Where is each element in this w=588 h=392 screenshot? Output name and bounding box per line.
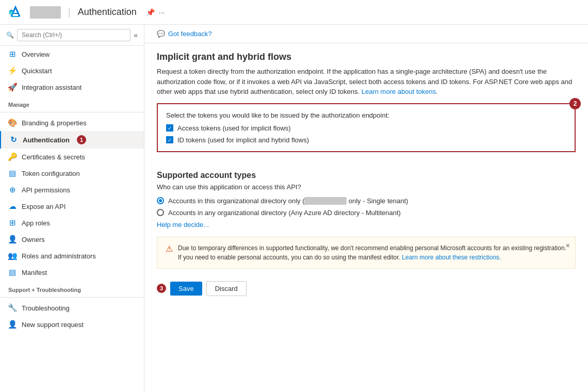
multi-tenant-row: Accounts in any organizational directory… (157, 209, 576, 217)
sidebar-item-token[interactable]: ▤ Token configuration (0, 165, 144, 182)
grid-icon: ⊞ (8, 50, 17, 58)
sidebar-item-integration[interactable]: 🚀 Integration assistant (0, 79, 144, 95)
access-token-row: ✓ Access tokens (used for implicit flows… (166, 124, 566, 132)
header-separator: | (68, 7, 71, 18)
app-avatar (30, 6, 61, 19)
token-icon: ▤ (8, 169, 17, 177)
id-token-check-icon: ✓ (168, 137, 172, 143)
id-token-checkbox[interactable]: ✓ (166, 136, 173, 143)
warning-icon: ⚠ (166, 244, 173, 254)
rocket-icon: 🚀 (8, 83, 17, 91)
warning-text-content: Due to temporary differences in supporte… (178, 244, 566, 261)
lightning-icon: ⚡ (8, 67, 17, 75)
feedback-icon: 💬 (157, 30, 165, 38)
search-input[interactable] (17, 29, 130, 41)
support-icon: 👤 (8, 320, 17, 329)
access-token-checkbox[interactable]: ✓ (166, 124, 173, 132)
more-icon[interactable]: ··· (159, 8, 165, 17)
single-tenant-label: Accounts in this organizational director… (168, 197, 408, 205)
feedback-bar[interactable]: 💬 Got feedback? (144, 25, 588, 43)
sidebar-item-label-api: API permissions (22, 186, 70, 194)
approles-icon: ⊞ (8, 219, 17, 227)
step-badge-2: 2 (569, 98, 581, 109)
sidebar-item-certificates[interactable]: 🔑 Certificates & secrets (0, 149, 144, 165)
multi-tenant-radio[interactable] (157, 209, 164, 216)
sidebar: 🔍 « ⊞ Overview ⚡ Quickstart 🚀 Integratio… (0, 25, 144, 392)
token-box-wrapper: Select the tokens you would like to be i… (157, 103, 576, 162)
sidebar-item-manifest[interactable]: ▤ Manifest (0, 264, 144, 281)
warning-text: Due to temporary differences in supporte… (178, 243, 567, 262)
sidebar-item-troubleshooting[interactable]: 🔧 Troubleshooting (0, 300, 144, 316)
sidebar-item-support[interactable]: 👤 New support request (0, 316, 144, 333)
collapse-sidebar-button[interactable]: « (134, 31, 138, 39)
pin-icon[interactable]: 📌 (146, 8, 155, 17)
implicit-section-desc: Request a token directly from the author… (157, 67, 576, 97)
sidebar-item-roles[interactable]: 👥 Roles and administrators (0, 248, 144, 264)
feedback-label[interactable]: Got feedback? (168, 30, 212, 38)
single-tenant-radio[interactable] (157, 197, 164, 204)
account-types-section: Supported account types Who can use this… (157, 171, 576, 228)
sidebar-item-approles[interactable]: ⊞ App roles (0, 215, 144, 231)
main-layout: 🔍 « ⊞ Overview ⚡ Quickstart 🚀 Integratio… (0, 25, 588, 392)
search-icon: 🔍 (6, 31, 14, 39)
sidebar-item-label-authentication: Authentication (23, 136, 70, 144)
save-button[interactable]: Save (170, 282, 202, 296)
discard-button[interactable]: Discard (206, 281, 247, 296)
sidebar-item-branding[interactable]: 🎨 Branding & properties (0, 115, 144, 131)
cert-icon: 🔑 (8, 153, 17, 161)
search-bar: 🔍 « (0, 25, 144, 46)
multi-tenant-label: Accounts in any organizational directory… (168, 209, 401, 217)
warning-learn-more-link[interactable]: Learn more about these restrictions. (402, 254, 501, 261)
expose-icon: ☁ (8, 202, 17, 210)
sidebar-item-label-expose: Expose an API (22, 203, 66, 210)
azure-logo-icon (6, 3, 25, 22)
sidebar-item-label-approles: App roles (22, 219, 50, 227)
token-box-label: Select the tokens you would like to be i… (166, 111, 566, 119)
content-area: Implicit grant and hybrid flows Request … (144, 43, 588, 313)
header-title: Authentication (78, 7, 137, 18)
account-types-title: Supported account types (157, 171, 576, 180)
nav-section-label-support---troubleshooting: Support + Troubleshooting (0, 281, 144, 295)
sidebar-item-label-certificates: Certificates & secrets (22, 153, 85, 161)
header-actions: 📌 ··· (146, 8, 165, 17)
step-badge-3: 3 (157, 284, 166, 293)
sidebar-item-label-support: New support request (22, 321, 84, 329)
warning-close-button[interactable]: × (566, 241, 570, 250)
sidebar-item-expose[interactable]: ☁ Expose an API (0, 198, 144, 215)
sidebar-item-authentication[interactable]: ↻ Authentication 1 (0, 131, 144, 149)
branding-icon: 🎨 (8, 119, 17, 127)
token-selection-box: Select the tokens you would like to be i… (157, 103, 576, 152)
sidebar-item-owners[interactable]: 👤 Owners (0, 231, 144, 248)
sidebar-item-quickstart[interactable]: ⚡ Quickstart (0, 62, 144, 79)
sidebar-nav: ⊞ Overview ⚡ Quickstart 🚀 Integration as… (0, 46, 144, 333)
sidebar-item-label-owners: Owners (22, 236, 45, 243)
sidebar-item-label-integration: Integration assistant (22, 84, 81, 91)
sidebar-item-label-branding: Branding & properties (22, 119, 87, 127)
single-tenant-row: Accounts in this organizational director… (157, 197, 576, 205)
nav-badge-authentication: 1 (77, 135, 86, 144)
id-token-row: ✓ ID tokens (used for implicit and hybri… (166, 136, 566, 144)
access-token-check-icon: ✓ (168, 125, 172, 131)
account-types-desc: Who can use this application or access t… (157, 183, 576, 191)
access-token-label: Access tokens (used for implicit flows) (177, 124, 291, 132)
sidebar-item-label-manifest: Manifest (22, 269, 47, 276)
footer-buttons: 3 Save Discard (157, 277, 576, 304)
trouble-icon: 🔧 (8, 304, 17, 312)
implicit-section-title: Implicit grant and hybrid flows (157, 52, 576, 62)
roles-icon: 👥 (8, 252, 17, 260)
main-content: 💬 Got feedback? Implicit grant and hybri… (144, 25, 588, 392)
learn-more-link[interactable]: Learn more about tokens. (362, 88, 438, 95)
auth-icon: ↻ (9, 136, 18, 144)
help-decide-link[interactable]: Help me decide... (157, 221, 576, 228)
manifest-icon: ▤ (8, 268, 17, 276)
sidebar-item-label-token: Token configuration (22, 170, 80, 177)
sidebar-item-api[interactable]: ⊕ API permissions (0, 182, 144, 198)
sidebar-item-label-quickstart: Quickstart (22, 67, 52, 75)
nav-divider (0, 297, 144, 298)
sidebar-item-label-troubleshooting: Troubleshooting (22, 304, 70, 312)
api-icon: ⊕ (8, 186, 17, 194)
warning-box: ⚠ Due to temporary differences in suppor… (157, 237, 576, 269)
sidebar-item-label-overview: Overview (22, 51, 50, 58)
header: | Authentication 📌 ··· (0, 0, 588, 25)
sidebar-item-overview[interactable]: ⊞ Overview (0, 46, 144, 62)
